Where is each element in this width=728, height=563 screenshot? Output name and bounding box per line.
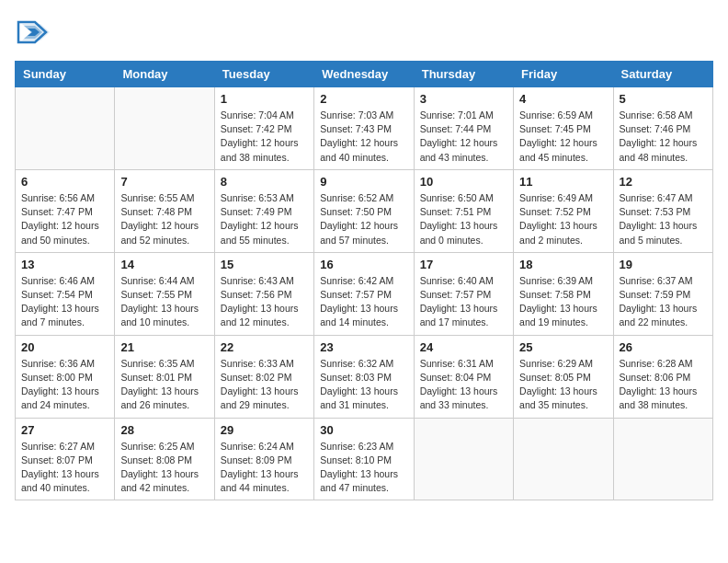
day-info: Sunrise: 6:32 AM Sunset: 8:03 PM Dayligh… [320, 357, 407, 413]
day-number: 29 [221, 423, 308, 437]
calendar-week-row: 27Sunrise: 6:27 AM Sunset: 8:07 PM Dayli… [16, 418, 713, 500]
day-info: Sunrise: 7:03 AM Sunset: 7:43 PM Dayligh… [320, 109, 407, 165]
day-info: Sunrise: 6:24 AM Sunset: 8:09 PM Dayligh… [221, 440, 308, 496]
calendar-cell: 13Sunrise: 6:46 AM Sunset: 7:54 PM Dayli… [16, 252, 115, 335]
calendar-cell [514, 418, 613, 500]
day-number: 7 [120, 175, 208, 189]
calendar-cell: 19Sunrise: 6:37 AM Sunset: 7:59 PM Dayli… [613, 252, 712, 335]
calendar-cell: 6Sunrise: 6:56 AM Sunset: 7:47 PM Daylig… [16, 169, 115, 252]
day-number: 8 [221, 175, 308, 189]
day-number: 24 [420, 340, 507, 354]
day-info: Sunrise: 6:25 AM Sunset: 8:08 PM Dayligh… [120, 440, 208, 496]
calendar-cell: 14Sunrise: 6:44 AM Sunset: 7:55 PM Dayli… [115, 252, 214, 335]
calendar-week-row: 20Sunrise: 6:36 AM Sunset: 8:00 PM Dayli… [16, 335, 713, 418]
logo-icon [15, 15, 50, 50]
day-number: 28 [120, 423, 208, 437]
calendar-cell: 17Sunrise: 6:40 AM Sunset: 7:57 PM Dayli… [414, 252, 513, 335]
day-info: Sunrise: 6:42 AM Sunset: 7:57 PM Dayligh… [320, 274, 407, 330]
calendar-cell: 29Sunrise: 6:24 AM Sunset: 8:09 PM Dayli… [214, 418, 313, 500]
calendar-cell: 8Sunrise: 6:53 AM Sunset: 7:49 PM Daylig… [214, 169, 313, 252]
calendar-cell: 20Sunrise: 6:36 AM Sunset: 8:00 PM Dayli… [16, 335, 115, 418]
calendar-cell [115, 87, 214, 170]
day-info: Sunrise: 6:33 AM Sunset: 8:02 PM Dayligh… [221, 357, 308, 413]
calendar-cell: 9Sunrise: 6:52 AM Sunset: 7:50 PM Daylig… [314, 169, 414, 252]
calendar-cell: 1Sunrise: 7:04 AM Sunset: 7:42 PM Daylig… [214, 87, 313, 170]
day-info: Sunrise: 6:50 AM Sunset: 7:51 PM Dayligh… [420, 191, 507, 247]
day-info: Sunrise: 6:59 AM Sunset: 7:45 PM Dayligh… [519, 109, 607, 165]
calendar-cell: 28Sunrise: 6:25 AM Sunset: 8:08 PM Dayli… [115, 418, 214, 500]
calendar-week-row: 6Sunrise: 6:56 AM Sunset: 7:47 PM Daylig… [16, 169, 713, 252]
calendar-cell: 26Sunrise: 6:28 AM Sunset: 8:06 PM Dayli… [613, 335, 712, 418]
calendar-cell: 12Sunrise: 6:47 AM Sunset: 7:53 PM Dayli… [613, 169, 712, 252]
weekday-header: Friday [514, 62, 613, 87]
day-info: Sunrise: 6:56 AM Sunset: 7:47 PM Dayligh… [21, 191, 108, 247]
calendar-cell: 15Sunrise: 6:43 AM Sunset: 7:56 PM Dayli… [214, 252, 313, 335]
calendar-cell: 2Sunrise: 7:03 AM Sunset: 7:43 PM Daylig… [314, 87, 414, 170]
day-info: Sunrise: 7:04 AM Sunset: 7:42 PM Dayligh… [221, 109, 308, 165]
day-number: 4 [519, 92, 607, 106]
day-info: Sunrise: 6:58 AM Sunset: 7:46 PM Dayligh… [620, 109, 707, 165]
logo [15, 15, 53, 50]
calendar-cell: 23Sunrise: 6:32 AM Sunset: 8:03 PM Dayli… [314, 335, 414, 418]
calendar-header-row: SundayMondayTuesdayWednesdayThursdayFrid… [16, 62, 713, 87]
day-number: 21 [120, 340, 208, 354]
day-number: 27 [21, 423, 108, 437]
day-number: 26 [620, 340, 707, 354]
calendar-week-row: 1Sunrise: 7:04 AM Sunset: 7:42 PM Daylig… [16, 87, 713, 170]
day-info: Sunrise: 6:37 AM Sunset: 7:59 PM Dayligh… [620, 274, 707, 330]
day-info: Sunrise: 6:40 AM Sunset: 7:57 PM Dayligh… [420, 274, 507, 330]
day-number: 13 [21, 258, 108, 271]
day-info: Sunrise: 6:52 AM Sunset: 7:50 PM Dayligh… [320, 191, 407, 247]
day-number: 15 [221, 258, 308, 271]
day-info: Sunrise: 6:35 AM Sunset: 8:01 PM Dayligh… [120, 357, 208, 413]
calendar-week-row: 13Sunrise: 6:46 AM Sunset: 7:54 PM Dayli… [16, 252, 713, 335]
day-info: Sunrise: 6:39 AM Sunset: 7:58 PM Dayligh… [519, 274, 607, 330]
page-header [15, 15, 713, 50]
day-number: 19 [620, 258, 707, 271]
day-info: Sunrise: 6:31 AM Sunset: 8:04 PM Dayligh… [420, 357, 507, 413]
day-number: 25 [519, 340, 607, 354]
calendar-cell: 27Sunrise: 6:27 AM Sunset: 8:07 PM Dayli… [16, 418, 115, 500]
weekday-header: Tuesday [214, 62, 313, 87]
day-info: Sunrise: 6:23 AM Sunset: 8:10 PM Dayligh… [320, 440, 407, 496]
day-info: Sunrise: 6:53 AM Sunset: 7:49 PM Dayligh… [221, 191, 308, 247]
day-number: 9 [320, 175, 407, 189]
day-number: 30 [320, 423, 407, 437]
day-info: Sunrise: 6:36 AM Sunset: 8:00 PM Dayligh… [21, 357, 108, 413]
calendar-cell: 3Sunrise: 7:01 AM Sunset: 7:44 PM Daylig… [414, 87, 513, 170]
calendar-cell: 4Sunrise: 6:59 AM Sunset: 7:45 PM Daylig… [514, 87, 613, 170]
calendar-cell: 5Sunrise: 6:58 AM Sunset: 7:46 PM Daylig… [613, 87, 712, 170]
day-info: Sunrise: 6:27 AM Sunset: 8:07 PM Dayligh… [21, 440, 108, 496]
day-number: 23 [320, 340, 407, 354]
day-info: Sunrise: 6:29 AM Sunset: 8:05 PM Dayligh… [519, 357, 607, 413]
day-info: Sunrise: 6:47 AM Sunset: 7:53 PM Dayligh… [620, 191, 707, 247]
weekday-header: Saturday [613, 62, 712, 87]
calendar-cell: 21Sunrise: 6:35 AM Sunset: 8:01 PM Dayli… [115, 335, 214, 418]
day-number: 6 [21, 175, 108, 189]
weekday-header: Monday [115, 62, 214, 87]
calendar-cell: 16Sunrise: 6:42 AM Sunset: 7:57 PM Dayli… [314, 252, 414, 335]
day-number: 22 [221, 340, 308, 354]
calendar-cell: 7Sunrise: 6:55 AM Sunset: 7:48 PM Daylig… [115, 169, 214, 252]
calendar-cell: 30Sunrise: 6:23 AM Sunset: 8:10 PM Dayli… [314, 418, 414, 500]
day-number: 17 [420, 258, 507, 271]
day-number: 3 [420, 92, 507, 106]
calendar-cell [613, 418, 712, 500]
day-info: Sunrise: 6:28 AM Sunset: 8:06 PM Dayligh… [620, 357, 707, 413]
day-info: Sunrise: 7:01 AM Sunset: 7:44 PM Dayligh… [420, 109, 507, 165]
calendar-cell: 22Sunrise: 6:33 AM Sunset: 8:02 PM Dayli… [214, 335, 313, 418]
calendar-table: SundayMondayTuesdayWednesdayThursdayFrid… [15, 61, 713, 500]
day-number: 18 [519, 258, 607, 271]
day-number: 11 [519, 175, 607, 189]
weekday-header: Wednesday [314, 62, 414, 87]
day-info: Sunrise: 6:43 AM Sunset: 7:56 PM Dayligh… [221, 274, 308, 330]
day-number: 10 [420, 175, 507, 189]
calendar-cell: 11Sunrise: 6:49 AM Sunset: 7:52 PM Dayli… [514, 169, 613, 252]
day-number: 12 [620, 175, 707, 189]
day-number: 5 [620, 92, 707, 106]
day-info: Sunrise: 6:44 AM Sunset: 7:55 PM Dayligh… [120, 274, 208, 330]
day-number: 16 [320, 258, 407, 271]
calendar-cell [414, 418, 513, 500]
calendar-cell: 25Sunrise: 6:29 AM Sunset: 8:05 PM Dayli… [514, 335, 613, 418]
day-number: 20 [21, 340, 108, 354]
